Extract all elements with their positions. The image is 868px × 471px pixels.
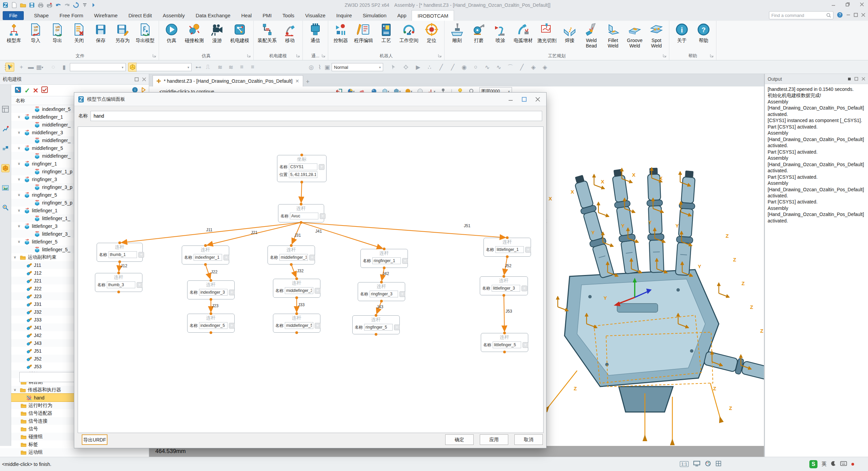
points-tool-icon[interactable]: ∴: [425, 63, 434, 72]
menu-item-app[interactable]: App: [392, 10, 412, 21]
node-field-input-名称[interactable]: [493, 341, 521, 348]
group-expander-icon[interactable]: [296, 53, 300, 58]
confirm-icon[interactable]: ✓: [24, 86, 30, 95]
csys-combo[interactable]: ▾: [136, 63, 192, 71]
node-add-icon[interactable]: +: [137, 282, 142, 288]
menu-item-shape[interactable]: Shape: [28, 10, 54, 21]
constraint-icon[interactable]: ⎍: [203, 63, 212, 72]
cancel-icon[interactable]: ✕: [33, 86, 39, 95]
node-graph-canvas[interactable]: J11J21J31J41J51J12J22J23J32J33J42J43J52J…: [78, 126, 544, 433]
menu-item-visualize[interactable]: Visualize: [300, 10, 331, 21]
manager-grid-icon[interactable]: [1, 105, 9, 113]
ime-badge-icon[interactable]: [851, 461, 854, 467]
group-expander-icon[interactable]: [153, 53, 156, 58]
ribbon-button-装配关系[interactable]: 装配关系: [256, 22, 279, 44]
graph-node-little1[interactable]: 连杆名称 +: [484, 238, 531, 257]
ribbon-button-导入[interactable]: URDF导入: [25, 22, 46, 44]
chevron-down-icon[interactable]: ∨: [18, 224, 22, 228]
node-add-icon[interactable]: +: [138, 252, 144, 258]
ribbon-button-喷涂[interactable]: 喷涂: [490, 22, 511, 44]
help-icon[interactable]: ?: [837, 12, 843, 19]
node-field-input-名称[interactable]: [194, 254, 222, 261]
ribbon-button-移动[interactable]: 移动: [279, 22, 300, 44]
snap-icon[interactable]: ⊷: [194, 63, 203, 72]
ribbon-button-保存[interactable]: 保存: [90, 22, 111, 44]
menu-item-simulation[interactable]: Simulation: [357, 10, 392, 21]
group-expander-icon[interactable]: [710, 53, 713, 58]
document-tab[interactable]: * handtest.Z3 - [Hand_Drawing_Ozcan_Ozal…: [153, 75, 303, 86]
ime-logo[interactable]: S: [809, 460, 817, 468]
group-expander-icon[interactable]: [322, 53, 325, 58]
chevron-down-icon[interactable]: ∨: [14, 388, 18, 392]
graph-node-ring1[interactable]: 连杆名称 +: [360, 249, 408, 268]
node-field-input-名称[interactable]: [372, 257, 401, 264]
inspect-manager-icon[interactable]: [1, 203, 9, 212]
refresh-icon[interactable]: [73, 2, 79, 8]
redo-icon[interactable]: [64, 2, 71, 8]
segment-tool-icon[interactable]: ╱: [517, 63, 526, 72]
qat-expand-icon[interactable]: [90, 2, 97, 8]
ribbon-button-导出模型[interactable]: 导出模型: [134, 22, 157, 44]
assembly-manager-icon[interactable]: [1, 144, 9, 153]
dialog-close-icon[interactable]: [535, 97, 540, 102]
ribbon-button-weld-bead[interactable]: Weld Bead: [581, 22, 602, 49]
checkbox-icon[interactable]: [41, 86, 48, 94]
graph-node-little5[interactable]: 连杆名称 +: [481, 333, 528, 352]
ellipse-tool-icon[interactable]: ○: [471, 63, 480, 72]
ribbon-minimize-icon[interactable]: [846, 13, 850, 18]
window-close-button[interactable]: [858, 1, 866, 8]
node-add-icon[interactable]: +: [315, 288, 320, 294]
node-add-icon[interactable]: +: [521, 286, 527, 291]
ime-moon-icon[interactable]: [831, 461, 836, 467]
graph-node-thumb3[interactable]: 连杆名称 +: [95, 273, 142, 292]
link-tool-1-icon[interactable]: ≋: [216, 63, 224, 72]
node-add-icon[interactable]: +: [525, 247, 531, 253]
ribbon-button-工作空间[interactable]: 工作空间: [397, 22, 420, 44]
ribbon-button-关于[interactable]: i关于: [671, 22, 692, 44]
ribbon-button-关闭[interactable]: 关闭: [68, 22, 90, 44]
ribbon-button-通信[interactable]: 通信: [305, 22, 326, 44]
ribbon-button-漫游[interactable]: 漫游: [206, 22, 228, 44]
dialog-name-input[interactable]: [91, 111, 542, 121]
node-add-icon[interactable]: +: [522, 342, 528, 348]
ribbon-button-雕刻[interactable]: 雕刻: [447, 22, 468, 44]
node-field-input-名称[interactable]: [289, 163, 317, 170]
node-field-input-名称[interactable]: [108, 251, 137, 258]
ribbon-button-groove-weld[interactable]: Groove Weld: [624, 22, 645, 49]
ribbon-button-工艺[interactable]: 工艺: [376, 22, 397, 44]
node-add-icon[interactable]: +: [394, 325, 400, 330]
ribbon-button-定位[interactable]: 定位: [421, 22, 442, 44]
graph-node-avuc[interactable]: 连杆名称 +: [278, 204, 324, 222]
ribbon-button-机电建模[interactable]: 机电建模: [228, 22, 251, 44]
image-manager-icon[interactable]: [1, 184, 9, 192]
polyline-tool-icon[interactable]: ╱: [448, 63, 457, 72]
link-tool-3-icon[interactable]: ≡: [237, 63, 246, 72]
grid-select-icon[interactable]: ▦▾: [35, 63, 44, 72]
ribbon-button-模型库[interactable]: 模型库: [3, 22, 24, 44]
chevron-down-icon[interactable]: ∨: [18, 193, 22, 197]
play-tool-icon[interactable]: ▶: [414, 63, 422, 72]
node-add-icon[interactable]: +: [320, 213, 326, 219]
line-tool-icon[interactable]: ╱: [437, 63, 446, 72]
node-field-input-名称[interactable]: [279, 254, 308, 261]
chevron-down-icon[interactable]: ∨: [18, 161, 22, 166]
node-field-input-位置[interactable]: [289, 171, 317, 178]
minus-tool-icon[interactable]: ▬: [26, 63, 35, 72]
node-field-input-名称[interactable]: [107, 281, 135, 288]
panel-float-icon[interactable]: [135, 77, 139, 81]
ribbon-button-激光切割[interactable]: 激光切割: [535, 22, 558, 44]
plus-tool-icon[interactable]: +: [17, 63, 26, 72]
ribbon-button-打磨[interactable]: 打磨: [468, 22, 489, 44]
ribbon-button-另存为[interactable]: 另存为: [112, 22, 133, 44]
node-field-input-名称[interactable]: [495, 246, 524, 253]
ribbon-button-帮助[interactable]: ?帮助: [693, 22, 714, 44]
menu-item-direct-edit[interactable]: Direct Edit: [123, 10, 157, 21]
chevron-down-icon[interactable]: ∨: [18, 146, 22, 150]
window-restore-button[interactable]: [844, 1, 852, 8]
ribbon-button-控制器[interactable]: 控制器: [330, 22, 351, 44]
pick-cursor-icon[interactable]: [5, 63, 14, 72]
filter-icon[interactable]: [81, 2, 88, 8]
graph-node-middle1[interactable]: 连杆名称 +: [268, 246, 315, 264]
node-add-icon[interactable]: +: [402, 258, 408, 264]
find-command-input[interactable]: Find a command: [769, 11, 833, 19]
